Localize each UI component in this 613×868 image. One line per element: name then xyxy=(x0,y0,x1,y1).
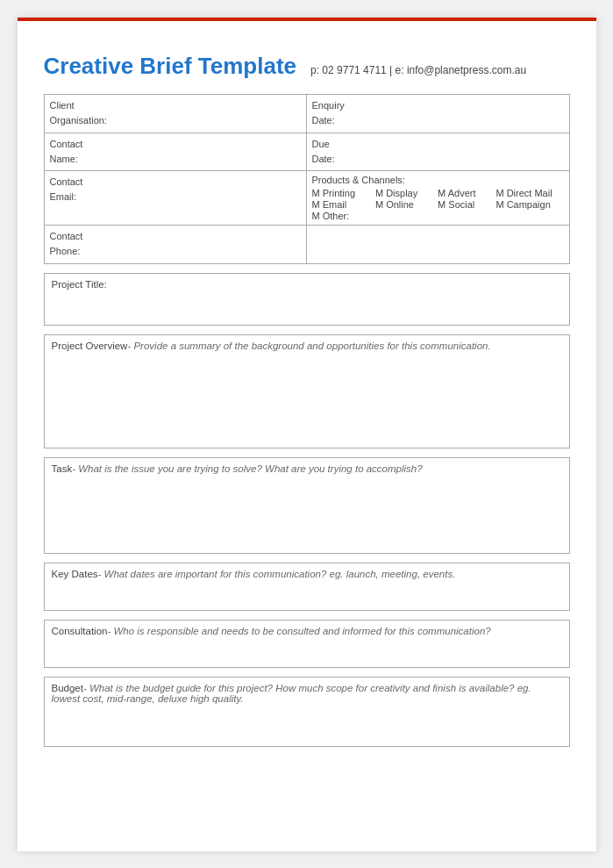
budget-label: Budget xyxy=(52,683,83,693)
enquiry-date-label: Enquiry Date: xyxy=(312,100,345,126)
task-section[interactable]: Task- What is the issue you are trying t… xyxy=(44,457,570,554)
budget-section[interactable]: Budget- What is the budget guide for thi… xyxy=(44,677,570,747)
product-advert: M Advert xyxy=(438,188,487,198)
project-title-label: Project Title: xyxy=(52,279,107,290)
contact-email-label: Contact Email: xyxy=(50,176,83,202)
client-org-field[interactable]: Client Organisation: xyxy=(45,95,307,133)
product-direct-mail: M Direct Mail xyxy=(495,188,563,198)
header: Creative Brief Template p: 02 9771 4711 … xyxy=(44,53,570,80)
page: Creative Brief Template p: 02 9771 4711 … xyxy=(18,18,596,851)
product-online: M Online xyxy=(375,199,429,210)
consultation-italic: - Who is responsible and needs to be con… xyxy=(107,626,490,636)
task-italic: - What is the issue you are trying to so… xyxy=(72,463,423,474)
task-label: Task xyxy=(52,463,73,474)
product-other: M Other: xyxy=(312,211,564,221)
due-date-field[interactable]: Due Date: xyxy=(307,133,569,172)
product-campaign: M Campaign xyxy=(495,199,563,210)
product-printing: M Printing xyxy=(312,188,367,198)
contact-info: p: 02 9771 4711 | e: info@planetpress.co… xyxy=(310,64,526,76)
key-dates-label: Key Dates xyxy=(52,569,98,579)
products-empty-bottom xyxy=(307,226,569,263)
project-title-section[interactable]: Project Title: xyxy=(44,273,570,326)
product-social: M Social xyxy=(438,199,487,210)
contact-name-label: Contact Name: xyxy=(50,139,83,164)
project-overview-section[interactable]: Project Overview- Provide a summary of t… xyxy=(44,334,570,448)
consultation-label: Consultation xyxy=(52,626,108,636)
enquiry-date-field[interactable]: Enquiry Date: xyxy=(307,95,569,133)
product-display: M Display xyxy=(375,188,429,198)
project-overview-italic: - Provide a summary of the background an… xyxy=(127,341,490,351)
contact-phone-field[interactable]: Contact Phone: xyxy=(45,226,307,263)
key-dates-section[interactable]: Key Dates- What dates are important for … xyxy=(44,563,570,611)
page-title: Creative Brief Template xyxy=(44,53,297,80)
due-date-label: Due Date: xyxy=(312,139,335,164)
contact-email-field[interactable]: Contact Email: xyxy=(45,171,307,226)
key-dates-italic: - What dates are important for this comm… xyxy=(98,569,456,579)
products-channels-label: Products & Channels: xyxy=(312,175,564,185)
contact-phone-label: Contact Phone: xyxy=(50,231,83,256)
contact-name-field[interactable]: Contact Name: xyxy=(45,133,307,172)
product-email: M Email xyxy=(312,199,367,210)
budget-italic: - What is the budget guide for this proj… xyxy=(52,683,531,704)
client-org-label: Client Organisation: xyxy=(50,100,107,126)
project-overview-label: Project Overview xyxy=(52,341,128,351)
consultation-section[interactable]: Consultation- Who is responsible and nee… xyxy=(44,620,570,668)
products-channels-field: Products & Channels: M Printing M Displa… xyxy=(307,171,569,226)
top-bar-decoration xyxy=(18,18,596,21)
